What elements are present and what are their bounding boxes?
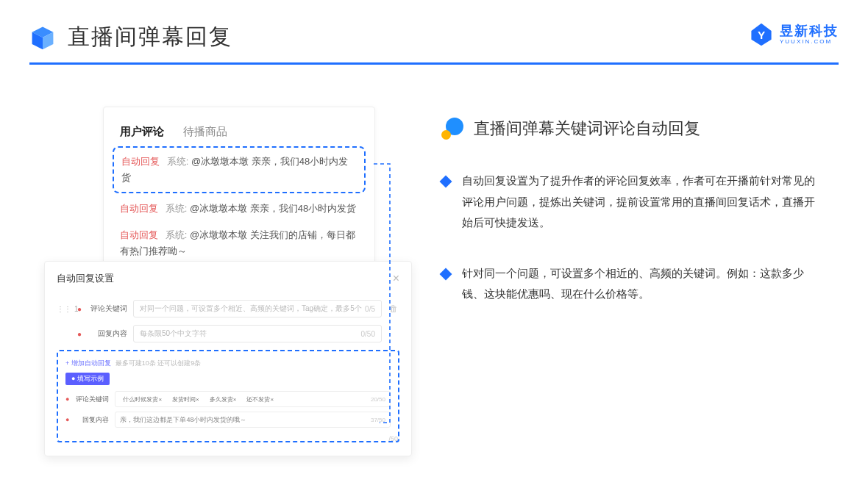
bullet-item: 针对同一个问题，可设置多个相近的、高频的关键词。例如：这款多少钱、这块能优惠吗、… [441, 263, 824, 305]
section-title: 直播间弹幕关键词评论自动回复 [474, 118, 700, 140]
auto-reply-tag: 自动回复 [120, 229, 158, 240]
comments-card: 用户评论 待播商品 自动回复 系统: @冰墩墩本墩 亲亲，我们48小时内发货 自… [103, 107, 375, 278]
highlighted-comment: 自动回复 系统: @冰墩墩本墩 亲亲，我们48小时内发货 [113, 146, 366, 193]
required-dot: ● [77, 330, 82, 338]
system-tag: 系统: [166, 229, 188, 240]
keyword-row: ⋮⋮ 1 ● 评论关键词 对同一个问题，可设置多个相近、高频的关键词，Tag确定… [57, 300, 399, 317]
auto-reply-tag: 自动回复 [120, 203, 158, 214]
brand-logo-icon: Y [749, 22, 774, 47]
reply-row: ● 回复内容 每条限50个中文字符 0/50 [57, 325, 399, 342]
settings-card: 自动回复设置 × ⋮⋮ 1 ● 评论关键词 对同一个问题，可设置多个相近、高频的… [44, 261, 412, 456]
reply-input[interactable]: 每条限50个中文字符 0/50 [133, 325, 382, 342]
keyword-count: 0/5 [365, 305, 375, 313]
required-dot: ● [77, 305, 82, 313]
comment-row: 自动回复 系统: @冰墩墩本墩 亲亲，我们48小时内发货 [120, 201, 358, 217]
keyword-label: 评论关键词 [88, 304, 127, 314]
row-index: ⋮⋮ 1 [57, 305, 71, 313]
cube-icon [29, 24, 56, 51]
diamond-bullet-icon [440, 176, 452, 188]
keyword-input[interactable]: 对同一个问题，可设置多个相近、高频的关键词，Tag确定，最多5个 0/5 [133, 300, 382, 317]
delete-icon[interactable]: 🗑 [388, 304, 399, 314]
kw-chip: 多久发货× [207, 395, 240, 404]
comment-row: 自动回复 系统: @冰墩墩本墩 关注我们的店铺，每日都有热门推荐呦～ [120, 227, 358, 259]
example-keywords-row: ● 评论关键词 什么时候发货× 发货时间× 多久发货× 还不发货× 20/50 [65, 391, 391, 407]
left-illustration: 用户评论 待播商品 自动回复 系统: @冰墩墩本墩 亲亲，我们48小时内发货 自… [44, 107, 419, 459]
reply-label: 回复内容 [88, 329, 127, 339]
ex-reply-text: 亲，我们这边都是下单48小时内发货的哦～ [120, 415, 246, 425]
page-title: 直播间弹幕回复 [68, 22, 232, 52]
ex-kw-label: 评论关键词 [75, 395, 109, 404]
comment-text: @冰墩墩本墩 亲亲，我们48小时内发货 [190, 203, 356, 214]
bullet-item: 自动回复设置为了提升作者的评论回复效率，作者可在开播前针对常见的评论用户问题，提… [441, 171, 824, 234]
ex-reply-box[interactable]: 亲，我们这边都是下单48小时内发货的哦～ 37/50 [115, 412, 391, 428]
ex-kw-count: 20/50 [371, 396, 385, 403]
section-heading: 直播间弹幕关键词评论自动回复 [441, 118, 824, 140]
brand-name-en: YUUXIN.COM [780, 39, 839, 45]
brand-name-cn: 昱新科技 [780, 24, 839, 37]
svg-text:Y: Y [758, 29, 765, 41]
ex-reply-count: 37/50 [371, 417, 385, 423]
kw-chip: 发货时间× [169, 395, 202, 404]
add-auto-reply-link[interactable]: + 增加自动回复 [65, 359, 111, 368]
ex-kw-box[interactable]: 什么时候发货× 发货时间× 多久发货× 还不发货× 20/50 [115, 391, 391, 407]
keyword-placeholder: 对同一个问题，可设置多个相近、高频的关键词，Tag确定，最多5个 [140, 304, 362, 314]
comments-tabs: 用户评论 待播商品 [120, 125, 358, 139]
example-pill: ● 填写示例 [65, 373, 110, 385]
kw-chip: 什么时候发货× [120, 395, 165, 404]
header-divider [29, 62, 839, 65]
reply-count: 0/50 [361, 330, 375, 338]
page-header: 直播间弹幕回复 [0, 0, 868, 52]
right-column: 直播间弹幕关键词评论自动回复 自动回复设置为了提升作者的评论回复效率，作者可在开… [441, 118, 824, 334]
bottom-count: /50 [388, 435, 398, 442]
tab-pending-goods[interactable]: 待播商品 [183, 125, 227, 139]
add-hint: 最多可建10条 还可以创建9条 [115, 359, 202, 368]
diamond-bullet-icon [440, 268, 452, 280]
auto-reply-tag: 自动回复 [121, 156, 160, 167]
reply-placeholder: 每条限50个中文字符 [140, 329, 207, 339]
settings-title: 自动回复设置 [57, 272, 114, 285]
example-reply-row: ● 回复内容 亲，我们这边都是下单48小时内发货的哦～ 37/50 [65, 412, 391, 428]
example-block: + 增加自动回复 最多可建10条 还可以创建9条 ● 填写示例 ● 评论关键词 … [57, 350, 399, 442]
ex-reply-label: 回复内容 [75, 415, 109, 425]
close-icon[interactable]: × [393, 272, 399, 285]
system-tag: 系统: [166, 203, 188, 214]
bullet-text: 自动回复设置为了提升作者的评论回复效率，作者可在开播前针对常见的评论用户问题，提… [462, 171, 824, 234]
brand-block: Y 昱新科技 YUUXIN.COM [749, 22, 839, 47]
system-tag: 系统: [167, 156, 189, 167]
bullet-text: 针对同一个问题，可设置多个相近的、高频的关键词。例如：这款多少钱、这块能优惠吗、… [462, 263, 824, 305]
tab-user-comments[interactable]: 用户评论 [120, 125, 164, 139]
bubble-icon [441, 118, 463, 140]
kw-chip: 还不发货× [243, 395, 277, 404]
